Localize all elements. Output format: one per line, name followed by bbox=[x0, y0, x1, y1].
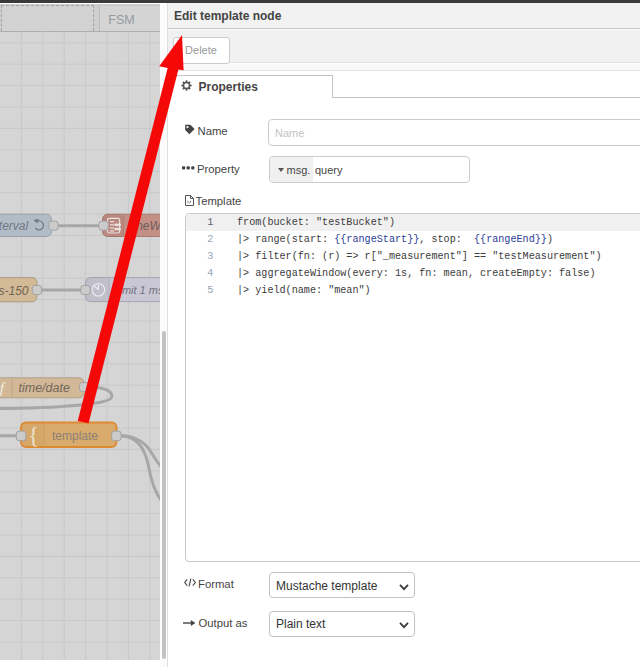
svg-text:template: template bbox=[52, 429, 98, 443]
svg-text:sineW: sineW bbox=[128, 219, 161, 233]
svg-text:s-150: s-150 bbox=[0, 284, 29, 298]
svg-text:time/date: time/date bbox=[19, 381, 70, 395]
svg-text:{: { bbox=[28, 423, 39, 448]
svg-text:interval: interval bbox=[0, 219, 29, 233]
svg-text:limit 1 ms: limit 1 ms bbox=[117, 284, 160, 296]
